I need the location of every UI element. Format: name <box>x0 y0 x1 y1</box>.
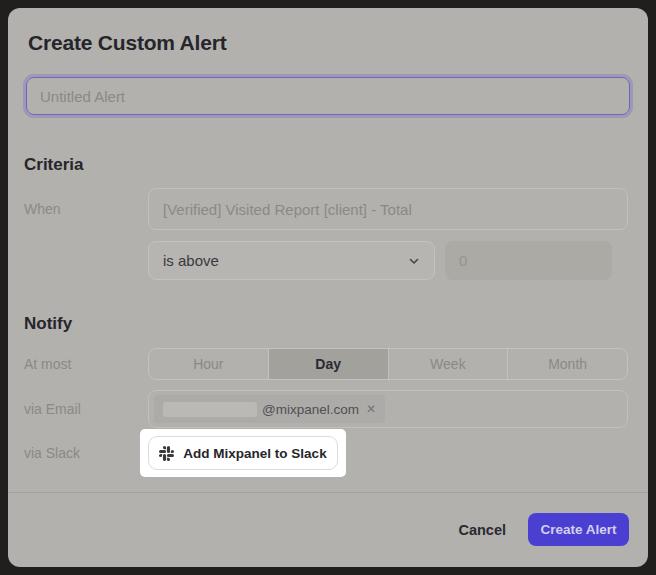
condition-row: is above 0 <box>8 241 648 280</box>
dialog-footer: Cancel Create Alert <box>8 493 648 546</box>
email-domain: @mixpanel.com <box>262 402 359 417</box>
at-most-label: At most <box>24 356 148 372</box>
when-label: When <box>24 201 148 217</box>
when-row: When [Verified] Visited Report [client] … <box>8 188 648 230</box>
create-alert-button[interactable]: Create Alert <box>528 513 629 546</box>
criteria-heading: Criteria <box>24 155 648 175</box>
email-chip: @mixpanel.com ✕ <box>154 395 385 423</box>
slack-logo-icon <box>159 446 174 461</box>
slack-row: via Slack Add Mixpanel to Slack <box>8 429 648 477</box>
email-row: via Email @mixpanel.com ✕ <box>8 390 648 428</box>
dialog-title: Create Custom Alert <box>28 30 628 56</box>
frequency-segmented-control: Hour Day Week Month <box>148 348 628 380</box>
frequency-option-hour[interactable]: Hour <box>149 349 268 379</box>
frequency-row: At most Hour Day Week Month <box>8 348 648 380</box>
slack-button-label: Add Mixpanel to Slack <box>183 446 326 461</box>
add-mixpanel-to-slack-button[interactable]: Add Mixpanel to Slack <box>148 436 338 470</box>
redacted-email-user <box>163 402 257 417</box>
via-email-label: via Email <box>24 401 148 417</box>
remove-x-icon[interactable]: ✕ <box>366 402 376 416</box>
threshold-input[interactable]: 0 <box>445 241 612 280</box>
frequency-option-week[interactable]: Week <box>388 349 508 379</box>
slack-spotlight-highlight: Add Mixpanel to Slack <box>140 429 346 477</box>
email-recipients-field[interactable]: @mixpanel.com ✕ <box>148 390 628 428</box>
frequency-option-day[interactable]: Day <box>268 349 388 379</box>
create-custom-alert-dialog: Create Custom Alert Criteria When [Verif… <box>8 8 648 567</box>
notify-heading: Notify <box>24 314 648 334</box>
via-slack-label: via Slack <box>24 445 148 461</box>
threshold-value: 0 <box>459 252 467 269</box>
frequency-option-month[interactable]: Month <box>507 349 627 379</box>
metric-value: [Verified] Visited Report [client] - Tot… <box>163 201 412 218</box>
condition-select[interactable]: is above <box>148 241 435 280</box>
cancel-button[interactable]: Cancel <box>458 522 506 538</box>
metric-input[interactable]: [Verified] Visited Report [client] - Tot… <box>148 188 628 230</box>
condition-value: is above <box>163 252 219 269</box>
alert-name-input[interactable] <box>26 77 630 115</box>
chevron-down-icon <box>408 255 420 267</box>
